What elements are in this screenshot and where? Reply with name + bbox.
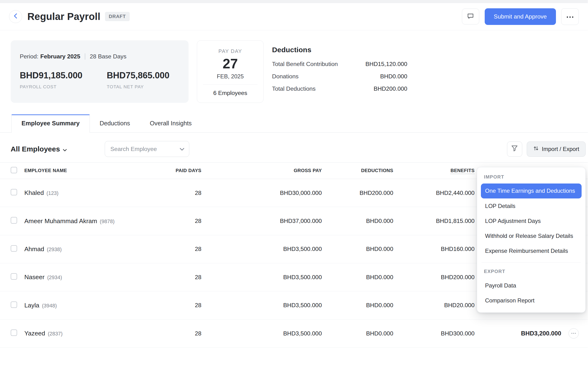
total-deductions-value: BHD200.000 bbox=[374, 85, 407, 92]
employee-name-cell[interactable]: Layla(3948) bbox=[24, 302, 150, 309]
pay-day-month-year: FEB, 2025 bbox=[197, 73, 264, 80]
total-net-pay-value: BHD75,865.000 bbox=[107, 70, 169, 81]
header-paid-days: PAID DAYS bbox=[150, 168, 202, 173]
deductions-cell: BHD0.000 bbox=[322, 274, 393, 281]
menu-item-comparison-report[interactable]: Comparison Report bbox=[481, 293, 582, 308]
menu-divider bbox=[482, 262, 581, 263]
employee-name: Ameer Muhammad Akram bbox=[24, 217, 97, 225]
pay-day-divider bbox=[203, 84, 257, 85]
menu-item-lop-details[interactable]: LOP Details bbox=[481, 199, 582, 213]
payroll-cost-label: PAYROLL COST bbox=[20, 84, 82, 90]
employee-count: 6 Employees bbox=[197, 90, 264, 96]
employee-name-cell[interactable]: Khaled(123) bbox=[24, 189, 150, 197]
employee-name: Yazeed bbox=[24, 330, 45, 337]
tab-deductions[interactable]: Deductions bbox=[90, 114, 140, 133]
top-bar: Regular Payroll DRAFT Submit and Approve bbox=[0, 3, 588, 30]
period-value: February 2025 bbox=[40, 53, 80, 59]
benefits-cell: BHD160.000 bbox=[393, 246, 474, 252]
employee-id: (2837) bbox=[48, 331, 62, 337]
benefits-header-label[interactable]: BENEFITS bbox=[451, 168, 474, 174]
row-checkbox[interactable] bbox=[11, 329, 17, 336]
total-benefit-contribution-value: BHD15,120.000 bbox=[365, 61, 407, 67]
tab-employee-summary[interactable]: Employee Summary bbox=[11, 114, 90, 133]
checkbox-cell bbox=[11, 301, 25, 309]
search-employee-select[interactable] bbox=[105, 141, 189, 157]
row-more-button[interactable] bbox=[569, 328, 579, 339]
select-all-checkbox[interactable] bbox=[11, 167, 17, 173]
deductions-summary-panel: Deductions Total Benefit Contribution BH… bbox=[272, 40, 408, 103]
tab-overall-insights[interactable]: Overall Insights bbox=[140, 114, 202, 133]
benefits-cell: BHD300.000 bbox=[393, 330, 474, 337]
employee-filter-dropdown[interactable]: All Employees bbox=[11, 145, 67, 153]
import-export-button[interactable]: Import / Export bbox=[527, 142, 585, 157]
gross-pay-cell: BHD3,500.000 bbox=[202, 302, 322, 309]
employee-name: Naseer bbox=[24, 274, 44, 281]
checkbox-cell bbox=[11, 189, 25, 197]
gross-pay-cell: BHD3,500.000 bbox=[202, 274, 322, 281]
amounts-row: BHD91,185.000 PAYROLL COST BHD75,865.000… bbox=[20, 70, 179, 90]
row-checkbox[interactable] bbox=[11, 189, 17, 195]
import-export-arrows-icon bbox=[533, 146, 539, 153]
table-toolbar: All Employees Import / Export bbox=[0, 133, 588, 162]
more-options-button[interactable] bbox=[561, 8, 579, 25]
employee-name-cell[interactable]: Yazeed(2837) bbox=[24, 330, 150, 337]
employee-name-cell[interactable]: Ahmad(2938) bbox=[24, 245, 150, 253]
import-export-menu: IMPORT One Time Earnings and Deductions … bbox=[477, 167, 586, 313]
menu-item-lop-adjustment-days[interactable]: LOP Adjustment Days bbox=[481, 213, 582, 228]
menu-item-expense-reimbursement[interactable]: Expense Reimbursement Details bbox=[481, 243, 582, 259]
payroll-page: Regular Payroll DRAFT Submit and Approve… bbox=[0, 0, 588, 367]
employee-name-cell[interactable]: Ameer Muhammad Akram(9878) bbox=[24, 217, 150, 225]
paid-days-cell: 28 bbox=[150, 302, 202, 309]
export-section-label: EXPORT bbox=[481, 266, 582, 278]
paid-days-cell: 28 bbox=[150, 274, 202, 281]
deductions-title: Deductions bbox=[272, 46, 408, 54]
menu-item-withhold-release-salary[interactable]: Withhold or Release Salary Details bbox=[481, 228, 582, 243]
header-checkbox-cell bbox=[11, 167, 25, 175]
deductions-cell: BHD0.000 bbox=[322, 218, 393, 224]
row-checkbox[interactable] bbox=[11, 273, 17, 280]
filter-button[interactable] bbox=[507, 142, 522, 157]
employee-id: (123) bbox=[47, 190, 59, 196]
payroll-cost-block: BHD91,185.000 PAYROLL COST bbox=[20, 70, 82, 90]
employee-name-cell[interactable]: Naseer(2934) bbox=[24, 274, 150, 281]
deductions-cell: BHD0.000 bbox=[322, 302, 393, 309]
pay-day-label: PAY DAY bbox=[197, 48, 264, 54]
row-checkbox[interactable] bbox=[11, 301, 17, 308]
period-label: Period: bbox=[20, 53, 38, 59]
gross-pay-cell: BHD37,000.000 bbox=[202, 218, 322, 224]
row-checkbox[interactable] bbox=[11, 245, 17, 252]
payroll-cost-value: BHD91,185.000 bbox=[20, 70, 82, 81]
benefits-cell: BHD200.000 bbox=[393, 274, 474, 281]
comment-button[interactable] bbox=[462, 8, 479, 25]
submit-and-approve-button[interactable]: Submit and Approve bbox=[485, 8, 556, 25]
deductions-cell: BHD0.000 bbox=[322, 246, 393, 252]
menu-item-payroll-data[interactable]: Payroll Data bbox=[481, 278, 582, 293]
tab-bar: Employee Summary Deductions Overall Insi… bbox=[0, 114, 588, 133]
employee-name: Layla bbox=[24, 302, 39, 309]
menu-item-one-time-earnings[interactable]: One Time Earnings and Deductions bbox=[481, 184, 582, 199]
back-button[interactable] bbox=[9, 10, 22, 23]
summary-section: Period:February 2025 28 Base Days BHD91,… bbox=[0, 30, 588, 103]
total-benefit-contribution-label[interactable]: Total Benefit Contribution bbox=[272, 61, 338, 67]
row-checkbox[interactable] bbox=[11, 217, 17, 223]
paid-days-cell: 28 bbox=[150, 246, 202, 252]
chevron-down-icon bbox=[180, 146, 185, 152]
table-row[interactable]: Yazeed(2837) 28 BHD3,500.000 BHD0.000 BH… bbox=[0, 319, 588, 348]
employee-id: (3948) bbox=[42, 303, 57, 309]
net-pay-cell: BHD3,200.000 bbox=[474, 330, 561, 337]
chevron-left-icon bbox=[14, 13, 17, 20]
gross-pay-cell: BHD30,000.000 bbox=[202, 190, 322, 196]
import-export-label: Import / Export bbox=[542, 146, 579, 152]
period-summary-card: Period:February 2025 28 Base Days BHD91,… bbox=[11, 40, 189, 103]
paid-days-cell: 28 bbox=[150, 330, 202, 337]
search-employee-input[interactable] bbox=[110, 146, 180, 152]
top-strip bbox=[0, 0, 588, 3]
ellipsis-icon bbox=[567, 14, 573, 19]
checkbox-cell bbox=[11, 245, 25, 253]
pay-day-number: 27 bbox=[197, 56, 264, 71]
actions-cell bbox=[561, 328, 579, 339]
deduction-row: Donations BHD0.000 bbox=[272, 73, 408, 80]
status-badge: DRAFT bbox=[105, 12, 130, 21]
header-deductions: DEDUCTIONS bbox=[322, 168, 393, 173]
employee-name: Ahmad bbox=[24, 245, 44, 253]
